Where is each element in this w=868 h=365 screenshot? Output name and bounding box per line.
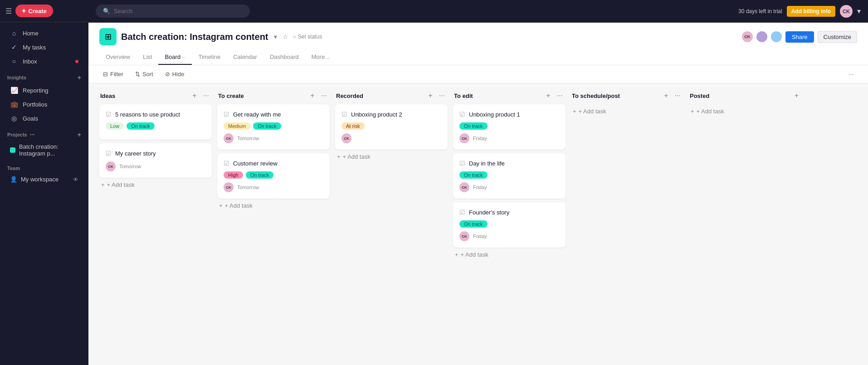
sidebar-item-reporting[interactable]: 📈 Reporting (3, 83, 86, 97)
card-5-reasons[interactable]: ☑ 5 reasons to use product Low On track (99, 104, 212, 140)
add-billing-button[interactable]: Add billing info (787, 6, 835, 17)
search-icon: 🔍 (103, 8, 110, 15)
card-unboxing-1[interactable]: ☑ Unboxing product 1 On track CK Friday (453, 104, 566, 150)
board-tab-dots[interactable]: ··· (182, 55, 185, 60)
portfolios-icon: 💼 (10, 101, 18, 108)
tab-more[interactable]: More... (305, 50, 336, 65)
column-to-schedule-more[interactable]: ··· (673, 91, 683, 101)
column-ideas-add[interactable]: + (190, 91, 198, 101)
card-title: Founder's story (469, 209, 509, 216)
column-to-schedule-title: To schedule/post (572, 92, 659, 99)
project-title: Batch creation: Instagram content (121, 32, 268, 42)
topbar: 🔍 30 days left in trial Add billing info… (88, 0, 868, 23)
to-schedule-add-task-button[interactable]: + + Add task (571, 104, 683, 118)
sidebar-item-batch[interactable]: Batch creation: Instagram p... (3, 141, 86, 160)
check-circle-icon: ☑ (459, 209, 465, 216)
column-posted: Posted + + + Add task (689, 91, 801, 118)
customize-button[interactable]: Customize (818, 31, 857, 43)
toolbar: ⊟ Filter ⇅ Sort ⊘ Hide ··· (88, 65, 868, 83)
hide-button[interactable]: ⊘ Hide (161, 69, 188, 79)
column-posted-add[interactable]: + (793, 91, 800, 101)
column-recorded-more[interactable]: ··· (437, 91, 447, 101)
share-button[interactable]: Share (785, 31, 814, 43)
sidebar: ☰ + Create ⌂ Home ✓ My tasks ○ Inbox Ins… (0, 0, 88, 365)
card-customer-review[interactable]: ☑ Customer review High On track CK Tomor… (217, 153, 330, 199)
card-founders-story[interactable]: ☑ Founder's story On track CK Friday (453, 202, 566, 248)
tag-at-risk: At risk (341, 122, 365, 130)
column-to-edit-add[interactable]: + (544, 91, 552, 101)
column-ideas: Ideas + ··· ☑ 5 reasons to use product L… (99, 91, 212, 192)
toolbar-more-button[interactable]: ··· (845, 69, 857, 79)
to-create-add-task-button[interactable]: + + Add task (217, 199, 330, 213)
tab-overview[interactable]: Overview (99, 50, 137, 65)
project-header: ⊞ Batch creation: Instagram content ▾ ☆ … (88, 23, 868, 65)
card-date: Tomorrow (237, 136, 259, 141)
tag-on-track: On track (459, 122, 488, 130)
tab-timeline[interactable]: Timeline (192, 50, 227, 65)
sort-icon: ⇅ (135, 71, 140, 78)
plus-icon: + (101, 181, 105, 188)
sidebar-item-inbox[interactable]: ○ Inbox (3, 54, 86, 68)
card-title: Unboxing product 1 (469, 111, 520, 118)
posted-add-task-button[interactable]: + + Add task (689, 104, 801, 118)
search-input[interactable] (114, 8, 243, 15)
inbox-icon: ○ (10, 58, 18, 65)
column-to-edit-more[interactable]: ··· (555, 91, 565, 101)
filter-button[interactable]: ⊟ Filter (99, 69, 127, 79)
member-avatar-2[interactable] (756, 31, 767, 42)
plus-icon: + (455, 251, 458, 258)
check-icon: ✓ (10, 44, 18, 51)
search-bar[interactable]: 🔍 (96, 5, 250, 18)
sidebar-item-home[interactable]: ⌂ Home (3, 26, 86, 40)
tag-on-track: On track (459, 171, 488, 179)
projects-add-icon[interactable]: + (78, 131, 81, 138)
column-to-schedule-add[interactable]: + (662, 91, 670, 101)
tag-on-track: On track (127, 122, 155, 130)
insights-add-icon[interactable]: + (78, 74, 81, 81)
plus-icon: + (573, 108, 576, 115)
recorded-add-task-button[interactable]: + + Add task (335, 150, 448, 164)
chevron-down-icon[interactable]: ▾ (857, 7, 861, 15)
check-circle-icon: ☑ (459, 111, 465, 118)
column-to-edit-header: To edit + ··· (453, 91, 566, 101)
card-day-in-life[interactable]: ☑ Day in the life On track CK Friday (453, 153, 566, 199)
to-edit-add-task-button[interactable]: + + Add task (453, 248, 566, 262)
tag-medium: Medium (224, 122, 250, 130)
title-bookmark-button[interactable]: ☆ (282, 32, 289, 41)
create-button[interactable]: + Create (15, 5, 53, 17)
sidebar-item-goals[interactable]: ◎ Goals (3, 112, 86, 125)
card-unboxing-2[interactable]: ☑ Unboxing product 2 At risk CK (335, 104, 448, 150)
card-my-career-story[interactable]: ☑ My career story CK Tomorrow (99, 143, 212, 178)
set-status-button[interactable]: ○ Set status (293, 34, 322, 40)
column-ideas-header: Ideas + ··· (99, 91, 212, 101)
sidebar-item-myworkspace[interactable]: 👤 My workspace 👁 (3, 173, 86, 185)
column-to-create-more[interactable]: ··· (319, 91, 329, 101)
member-avatar-3[interactable] (771, 31, 782, 42)
assignee-avatar: CK (341, 133, 351, 143)
column-to-create-add[interactable]: + (308, 91, 316, 101)
member-avatar-ck[interactable]: CK (742, 31, 753, 42)
hamburger-icon[interactable]: ☰ (5, 7, 12, 15)
column-recorded-add[interactable]: + (426, 91, 434, 101)
column-ideas-body: ☑ 5 reasons to use product Low On track … (99, 104, 212, 178)
ideas-add-task-button[interactable]: + + Add task (99, 178, 212, 192)
title-actions: ▾ ☆ ○ Set status (273, 32, 322, 41)
nav-tabs: Overview List Board··· Timeline Calendar… (99, 50, 857, 65)
sidebar-item-mytasks[interactable]: ✓ My tasks (3, 40, 86, 54)
project-dot-icon (10, 147, 15, 153)
trial-text: 30 days left in trial (738, 8, 782, 15)
title-hide-button[interactable]: ▾ (273, 32, 278, 41)
tab-calendar[interactable]: Calendar (227, 50, 263, 65)
eye-icon[interactable]: 👁 (73, 176, 78, 183)
column-ideas-more[interactable]: ··· (201, 91, 211, 101)
card-title: My career story (115, 150, 156, 157)
sidebar-item-portfolios[interactable]: 💼 Portfolios (3, 97, 86, 111)
tab-board[interactable]: Board··· (158, 50, 192, 65)
assignee-avatar: CK (459, 182, 469, 192)
user-avatar[interactable]: CK (840, 5, 853, 18)
projects-more-icon[interactable]: ··· (29, 131, 35, 138)
sort-button[interactable]: ⇅ Sort (132, 69, 157, 79)
tab-dashboard[interactable]: Dashboard (263, 50, 305, 65)
card-get-ready[interactable]: ☑ Get ready with me Medium On track CK T… (217, 104, 330, 150)
tab-list[interactable]: List (137, 50, 158, 65)
